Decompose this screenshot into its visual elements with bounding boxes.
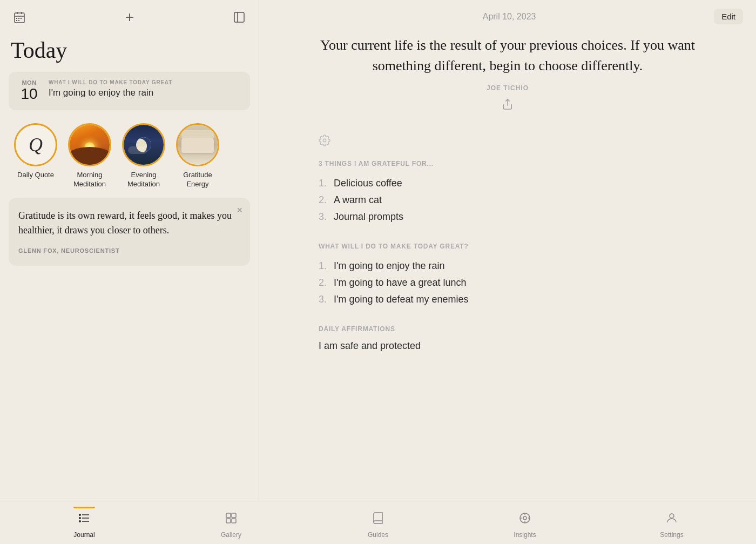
- daily-entry-card[interactable]: MON 10 WHAT I WILL DO TO MAKE TODAY GREA…: [9, 72, 250, 110]
- header-date: April 10, 2023: [305, 12, 714, 22]
- today-great-section-label: WHAT WILL I DO TO MAKE TODAY GREAT?: [319, 243, 697, 250]
- svg-point-19: [79, 517, 80, 518]
- main-quote-text: Your current life is the result of your …: [319, 35, 697, 76]
- svg-rect-7: [16, 20, 17, 21]
- nav-label-insights: Insights: [514, 531, 536, 539]
- sunrise-image: [70, 125, 110, 165]
- book-icon: [372, 512, 384, 528]
- affirmations-label: DAILY AFFIRMATIONS: [319, 325, 697, 333]
- nav-label-guides: Guides: [368, 531, 388, 539]
- today-item-1: I'm going to enjoy the rain: [334, 260, 445, 272]
- main-content: Your current life is the result of your …: [265, 31, 751, 501]
- svg-point-18: [79, 514, 80, 515]
- activity-item-daily-quote[interactable]: Q Daily Quote: [9, 123, 63, 189]
- share-button[interactable]: [502, 98, 514, 113]
- grateful-list: 1. Delicious coffee 2. A warm cat 3. Jou…: [319, 175, 697, 225]
- activity-label-gratitude-energy: GratitudeEnergy: [183, 171, 212, 189]
- svg-rect-5: [18, 18, 19, 19]
- entry-content: WHAT I WILL DO TO MAKE TODAY GREAT I'm g…: [49, 79, 241, 98]
- nav-label-journal: Journal: [73, 531, 94, 539]
- bottom-nav: Journal Gallery Guides: [0, 501, 756, 544]
- svg-rect-11: [234, 12, 244, 22]
- quote-card-author: GLENN FOX, NEUROSCIENTIST: [18, 247, 119, 254]
- nav-item-insights[interactable]: Insights: [451, 507, 598, 539]
- entry-label: WHAT I WILL DO TO MAKE TODAY GREAT: [49, 79, 241, 85]
- activity-item-evening-meditation[interactable]: EveningMeditation: [117, 123, 171, 189]
- list-item: 3. Journal prompts: [319, 209, 697, 225]
- main-quote-section: Your current life is the result of your …: [319, 35, 697, 113]
- list-item: 1. Delicious coffee: [319, 175, 697, 192]
- activity-label-morning-meditation: MorningMeditation: [73, 171, 106, 189]
- hill-shape: [70, 147, 110, 165]
- cloud-shape: [128, 146, 147, 154]
- moon-image: [124, 125, 164, 165]
- right-panel: April 10, 2023 Edit Your current life is…: [259, 0, 756, 501]
- nav-label-settings: Settings: [660, 531, 683, 539]
- list-item: 2. A warm cat: [319, 192, 697, 209]
- today-item-2: I'm going to have a great lunch: [334, 277, 467, 288]
- svg-point-31: [670, 514, 674, 518]
- q-letter: Q: [29, 133, 43, 156]
- date-badge: MON 10: [17, 79, 41, 103]
- left-header: [0, 0, 259, 33]
- list-icon: [78, 512, 91, 528]
- sofa-shape: [181, 137, 214, 153]
- nav-item-journal[interactable]: Journal: [11, 507, 158, 539]
- today-item-3: I'm going to defeat my enemies: [334, 294, 469, 305]
- nav-item-guides[interactable]: Guides: [305, 507, 451, 539]
- left-panel: Today MON 10 WHAT I WILL DO TO MAKE TODA…: [0, 0, 259, 501]
- section-divider: [319, 135, 697, 149]
- svg-rect-4: [16, 18, 17, 19]
- plus-icon[interactable]: [121, 9, 138, 29]
- entry-text: I'm going to enjoy the rain: [49, 88, 241, 98]
- grateful-item-3: Journal prompts: [334, 211, 403, 223]
- main-quote-author: JOE TICHIO: [319, 84, 697, 92]
- svg-point-26: [523, 516, 526, 520]
- right-header: April 10, 2023 Edit: [259, 0, 756, 31]
- activity-item-gratitude-energy[interactable]: GratitudeEnergy: [171, 123, 225, 189]
- svg-rect-22: [232, 513, 236, 518]
- activity-label-evening-meditation: EveningMeditation: [127, 171, 160, 189]
- page-title: Today: [0, 33, 259, 72]
- activity-item-morning-meditation[interactable]: MorningMeditation: [63, 123, 117, 189]
- list-item: 2. I'm going to have a great lunch: [319, 274, 697, 291]
- circle-morning-meditation: [68, 123, 111, 166]
- circle-gratitude-energy: [176, 123, 219, 166]
- quote-close-button[interactable]: ×: [237, 205, 242, 215]
- activity-circles: Q Daily Quote MorningMeditation: [0, 119, 259, 198]
- svg-rect-24: [232, 519, 236, 523]
- gear-icon[interactable]: [319, 137, 330, 149]
- svg-rect-8: [18, 20, 19, 21]
- affirmation-text: I am safe and protected: [319, 340, 697, 352]
- list-item: 1. I'm going to enjoy the rain: [319, 258, 697, 274]
- circle-daily-quote: Q: [14, 123, 57, 166]
- day-number: 10: [21, 86, 37, 103]
- svg-point-20: [79, 520, 80, 521]
- insights-icon: [518, 512, 531, 528]
- today-great-list: 1. I'm going to enjoy the rain 2. I'm go…: [319, 258, 697, 308]
- left-header-left: [11, 9, 28, 29]
- person-icon: [665, 512, 678, 528]
- grateful-item-1: Delicious coffee: [334, 178, 402, 189]
- svg-point-14: [323, 139, 326, 143]
- activity-label-daily-quote: Daily Quote: [17, 171, 54, 180]
- circle-evening-meditation: [122, 123, 165, 166]
- quote-card-text: Gratitude is its own reward, it feels go…: [18, 209, 240, 238]
- svg-rect-23: [226, 519, 231, 523]
- gratitude-image: [178, 125, 218, 165]
- svg-rect-21: [226, 513, 231, 518]
- sofa-back: [181, 130, 214, 138]
- sidebar-icon[interactable]: [231, 9, 248, 29]
- list-item: 3. I'm going to defeat my enemies: [319, 291, 697, 308]
- edit-button[interactable]: Edit: [714, 9, 743, 24]
- nav-item-settings[interactable]: Settings: [598, 507, 745, 539]
- affirmations-section: DAILY AFFIRMATIONS I am safe and protect…: [319, 325, 697, 352]
- app-container: Today MON 10 WHAT I WILL DO TO MAKE TODA…: [0, 0, 756, 501]
- gallery-icon: [225, 512, 238, 528]
- nav-item-gallery[interactable]: Gallery: [158, 507, 305, 539]
- grateful-section-label: 3 THINGS I AM GRATEFUL FOR...: [319, 160, 697, 167]
- nav-label-gallery: Gallery: [221, 531, 241, 539]
- calendar-icon[interactable]: [11, 9, 28, 29]
- svg-rect-6: [21, 18, 22, 19]
- grateful-item-2: A warm cat: [334, 194, 382, 206]
